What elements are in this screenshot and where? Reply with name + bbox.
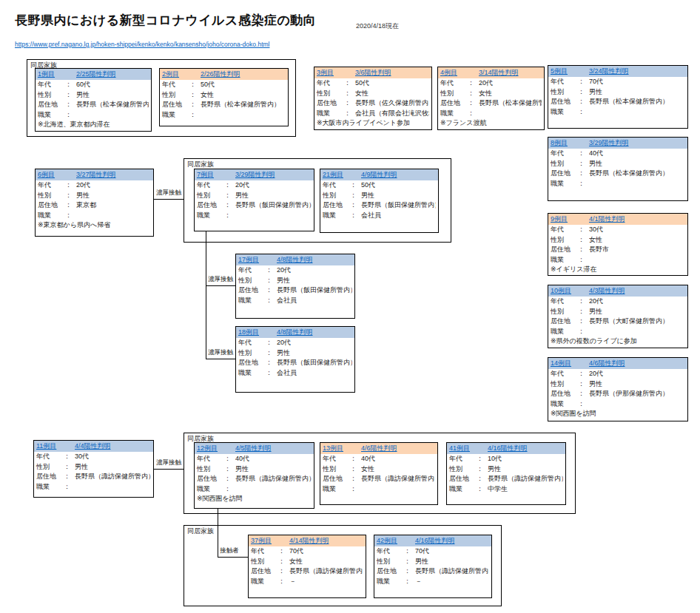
positive-date-link[interactable]: 4/14陽性判明 bbox=[289, 537, 329, 544]
field-label: 居住地 bbox=[197, 474, 224, 484]
positive-date-link[interactable]: 4/8陽性判明 bbox=[277, 256, 313, 263]
field-value: 長野県（松本保健所管内） bbox=[76, 100, 149, 110]
case-number-link[interactable]: 3例目 bbox=[317, 67, 355, 78]
case-number-link[interactable]: 17例目 bbox=[238, 254, 277, 265]
case-number-link[interactable]: 41例目 bbox=[449, 443, 488, 454]
field-value: 20代 bbox=[277, 265, 352, 276]
positive-date-link[interactable]: 2/25陽性判明 bbox=[76, 70, 116, 78]
case-card-13: 13例目4/6陽性判明年代：40代性別：女性居住地：長野県（諏訪保健所管内）職業… bbox=[320, 442, 438, 505]
case-number-link[interactable]: 14例目 bbox=[551, 358, 589, 369]
field-value: 女性 bbox=[589, 235, 685, 245]
field-colon: ： bbox=[65, 180, 76, 191]
positive-date-link[interactable]: 4/6陽性判明 bbox=[589, 359, 625, 367]
case-card-18: 18例目4/8陽性判明年代：20代性別：男性居住地：長野県（飯田保健所管内）職業… bbox=[235, 326, 355, 393]
positive-date-link[interactable]: 3/6陽性判明 bbox=[355, 69, 391, 76]
case-number-link[interactable]: 12例目 bbox=[197, 443, 235, 454]
positive-date-link[interactable]: 4/1陽性判明 bbox=[589, 215, 625, 223]
source-link[interactable]: https://www.pref.nagano.lg.jp/hoken-ship… bbox=[15, 41, 269, 48]
positive-date-link[interactable]: 3/24陽性判明 bbox=[589, 67, 629, 75]
case-number-link[interactable]: 2例目 bbox=[162, 69, 201, 80]
case-number-link[interactable]: 37例目 bbox=[251, 535, 289, 546]
field-row-age: 年代：20代 bbox=[236, 338, 354, 348]
case-number-link[interactable]: 6例目 bbox=[38, 169, 76, 180]
positive-date-link[interactable]: 4/5陽性判明 bbox=[235, 444, 272, 452]
field-colon: ： bbox=[266, 368, 277, 379]
case-card-header: 9例目4/1陽性判明 bbox=[548, 214, 687, 225]
field-row-sex: 性別：男性 bbox=[236, 276, 354, 286]
field-value: 長野県（諏訪保健所管内） bbox=[488, 474, 563, 484]
field-colon: ： bbox=[189, 110, 201, 121]
field-label: 性別 bbox=[377, 557, 404, 567]
positive-date-link[interactable]: 3/14陽性判明 bbox=[479, 69, 519, 76]
field-row-occupation: 職業： bbox=[548, 179, 687, 189]
case-number-link[interactable]: 11例目 bbox=[36, 441, 75, 452]
field-row-age: 年代：20代 bbox=[438, 78, 544, 89]
field-row-sex: 性別：男性 bbox=[320, 191, 438, 201]
field-value bbox=[235, 484, 312, 495]
case-card-12: 12例目4/5陽性判明年代：40代性別：男性居住地：長野県（諏訪保健所管内）職業… bbox=[194, 442, 314, 509]
case-card-header: 18例目4/8陽性判明 bbox=[236, 327, 354, 338]
field-label: 居住地 bbox=[251, 566, 278, 577]
case-number-link[interactable]: 8例目 bbox=[551, 138, 589, 149]
field-label: 年代 bbox=[238, 265, 266, 276]
positive-date-link[interactable]: 3/29陽性判明 bbox=[235, 171, 275, 178]
positive-date-link[interactable]: 4/4陽性判明 bbox=[75, 442, 111, 450]
field-value: 女性 bbox=[289, 557, 363, 567]
field-row-age: 年代：40代 bbox=[320, 454, 437, 464]
positive-date-link[interactable]: 3/29陽性判明 bbox=[589, 139, 629, 146]
case-number-link[interactable]: 10例目 bbox=[551, 285, 589, 297]
field-row-sex: 性別：女性 bbox=[548, 235, 687, 245]
field-row-residence: 居住地：長野県（佐久保健所管内） bbox=[314, 98, 431, 109]
field-value: 20代 bbox=[76, 180, 151, 191]
field-colon: ： bbox=[65, 191, 76, 201]
field-colon: ： bbox=[266, 276, 277, 286]
field-colon: ： bbox=[477, 484, 488, 495]
case-number-link[interactable]: 4例目 bbox=[440, 67, 479, 78]
positive-date-link[interactable]: 4/3陽性判明 bbox=[589, 287, 625, 294]
field-label: 居住地 bbox=[551, 389, 578, 399]
field-label: 性別 bbox=[162, 90, 189, 101]
field-row-sex: 性別：男性 bbox=[195, 464, 314, 475]
field-colon: ： bbox=[578, 235, 589, 245]
positive-date-link[interactable]: 4/6陽性判明 bbox=[361, 444, 397, 452]
field-label: 性別 bbox=[238, 348, 266, 359]
case-number-link[interactable]: 9例目 bbox=[551, 214, 589, 225]
field-row-sex: 性別：男性 bbox=[236, 348, 354, 359]
case-number-link[interactable]: 7例目 bbox=[197, 169, 235, 180]
field-colon: ： bbox=[578, 77, 589, 87]
case-number-link[interactable]: 13例目 bbox=[323, 443, 361, 454]
case-card-header: 17例目4/8陽性判明 bbox=[236, 254, 354, 265]
field-colon: ： bbox=[578, 316, 589, 327]
positive-date-link[interactable]: 4/8陽性判明 bbox=[277, 328, 313, 336]
case-number-link[interactable]: 1例目 bbox=[38, 69, 76, 80]
field-row-occupation: 職業： bbox=[36, 211, 153, 221]
case-card-header: 6例目3/27陽性判明 bbox=[36, 169, 153, 180]
field-colon: ： bbox=[578, 97, 589, 107]
case-card-header: 12例目4/5陽性判明 bbox=[195, 443, 314, 454]
field-value: 女性 bbox=[361, 464, 435, 475]
positive-date-link[interactable]: 4/16陽性判明 bbox=[488, 444, 528, 452]
field-value bbox=[589, 327, 685, 337]
field-value: 男性 bbox=[75, 462, 151, 473]
positive-date-link[interactable]: 3/27陽性判明 bbox=[76, 171, 116, 178]
field-row-residence: 居住地：長野県（諏訪保健所管内） bbox=[447, 474, 565, 484]
case-card-3: 3例目3/6陽性判明年代：50代性別：女性居住地：長野県（佐久保健所管内）職業：… bbox=[314, 67, 432, 130]
case-number-link[interactable]: 42例目 bbox=[377, 535, 415, 546]
field-row-sex: 性別：男性 bbox=[195, 191, 314, 201]
field-label: 性別 bbox=[323, 191, 350, 201]
case-number-link[interactable]: 5例目 bbox=[551, 66, 589, 77]
case-card-11: 11例目4/4陽性判明年代：30代性別：男性居住地：長野県（諏訪保健所管内）職業… bbox=[33, 440, 154, 498]
positive-date-link[interactable]: 4/9陽性判明 bbox=[361, 171, 397, 178]
field-row-residence: 居住地：長野県（飯田保健所管内） bbox=[236, 285, 354, 296]
positive-date-link[interactable]: 2/26陽性判明 bbox=[201, 70, 240, 78]
case-number-link[interactable]: 18例目 bbox=[238, 327, 277, 338]
field-value: 長野県（大町保健所管内） bbox=[589, 316, 685, 327]
field-colon: ： bbox=[350, 484, 361, 495]
field-colon: ： bbox=[468, 89, 479, 99]
case-card-9: 9例目4/1陽性判明年代：30代性別：女性居住地：長野市職業：※イギリス滞在 bbox=[548, 213, 688, 276]
case-number-link[interactable]: 21例目 bbox=[323, 169, 361, 180]
field-value: 70代 bbox=[589, 77, 685, 87]
field-value: 女性 bbox=[479, 89, 542, 99]
positive-date-link[interactable]: 4/16陽性判明 bbox=[415, 537, 455, 544]
field-label: 職業 bbox=[449, 484, 477, 495]
